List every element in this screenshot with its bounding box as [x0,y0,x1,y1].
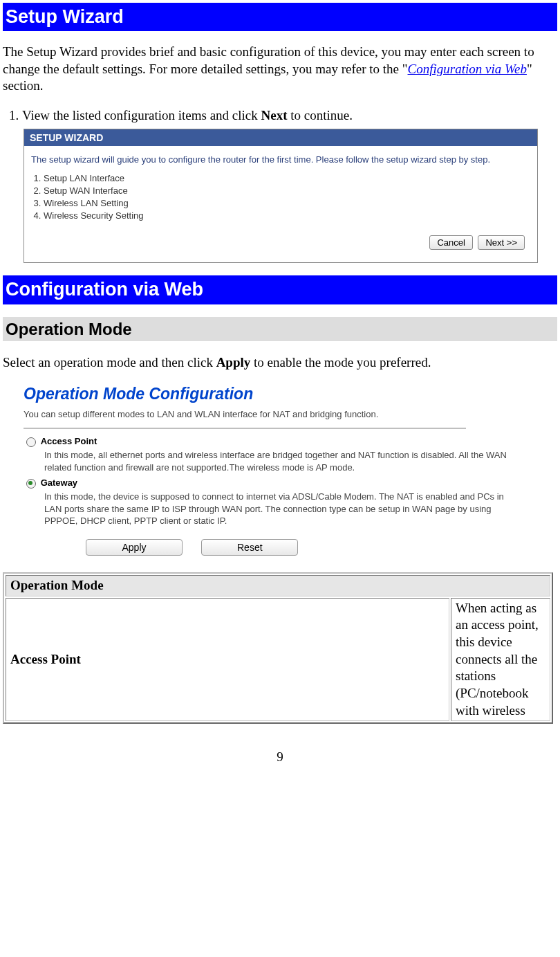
heading-config-via-web: Configuration via Web [3,275,557,304]
heading-operation-mode: Operation Mode [3,317,557,341]
figure-opmode-title: Operation Mode Configuration [24,384,507,405]
figure-setup-wizard-header: SETUP WIZARD [24,129,537,146]
operation-mode-table: Operation Mode Access Point When acting … [3,572,553,724]
table-cell-mode-desc: When acting as an access point, this dev… [451,598,550,722]
opmode-intro-suffix: to enable the mode you preferred. [250,355,431,370]
reset-button[interactable]: Reset [201,539,298,556]
step-item-1: View the listed configuration items and … [22,107,557,125]
opmode-intro-bold: Apply [216,355,251,370]
wizard-item-4: Wireless Security Setting [44,210,530,222]
intro-paragraph: The Setup Wizard provides brief and basi… [3,44,557,95]
option-access-point-desc: In this mode, all ethernet ports and wir… [44,449,507,473]
figure-operation-mode: Operation Mode Configuration You can set… [24,384,507,556]
wizard-item-3: Wireless LAN Setting [44,198,530,210]
option-gateway[interactable]: Gateway In this mode, the device is supp… [26,477,507,527]
figure-setup-wizard-intro: The setup wizard will guide you to confi… [31,154,530,166]
apply-button[interactable]: Apply [86,539,183,556]
step1-bold: Next [261,108,288,122]
heading-setup-wizard: Setup Wizard [3,3,557,31]
step1-prefix: View the listed configuration items and … [22,108,261,122]
table-header-row: Operation Mode [6,575,550,596]
step1-suffix: to continue. [288,108,353,122]
option-access-point[interactable]: Access Point In this mode, all ethernet … [26,436,507,473]
table-row: Access Point When acting as an access po… [6,598,550,722]
opmode-intro-prefix: Select an operation mode and then click [3,355,216,370]
opmode-intro: Select an operation mode and then click … [3,354,557,372]
option-gateway-label: Gateway [41,477,77,488]
option-gateway-desc: In this mode, the device is supposed to … [44,491,507,527]
divider [24,428,466,429]
step-list: View the listed configuration items and … [3,107,557,125]
cancel-button[interactable]: Cancel [429,235,472,250]
link-config-via-web[interactable]: Configuration via Web [408,62,527,76]
wizard-item-1: Setup LAN Interface [44,173,530,185]
figure-setup-wizard: SETUP WIZARD The setup wizard will guide… [24,129,538,264]
figure-opmode-subtitle: You can setup different modes to LAN and… [24,409,507,421]
next-button[interactable]: Next >> [478,235,525,250]
option-access-point-label: Access Point [41,436,97,446]
wizard-item-2: Setup WAN Interface [44,185,530,197]
table-header: Operation Mode [6,575,550,596]
radio-access-point[interactable] [26,437,36,447]
table-cell-mode-name: Access Point [6,598,449,722]
page-number: 9 [3,749,557,766]
radio-gateway[interactable] [26,479,36,489]
